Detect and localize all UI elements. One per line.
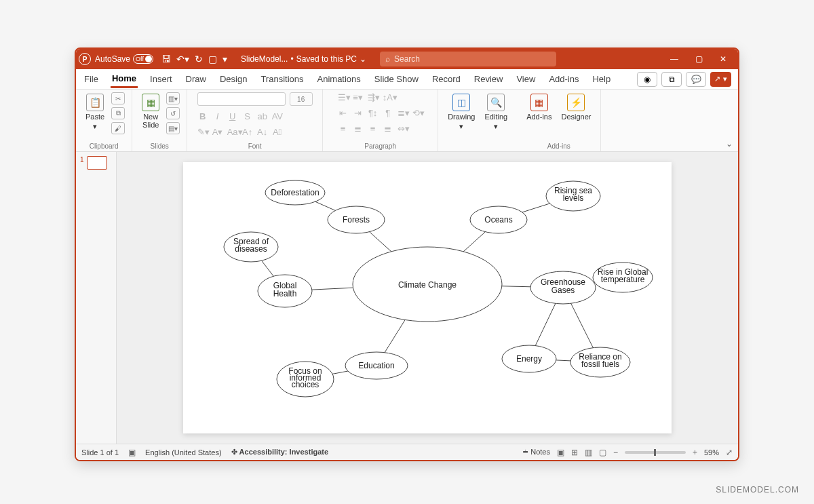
format-painter-button[interactable]: 🖌 — [111, 122, 125, 134]
tab-record[interactable]: Record — [431, 71, 462, 87]
editing-button[interactable]: 🔍 Editing▾ — [482, 92, 511, 132]
new-slide-button[interactable]: ▦ New Slide — [139, 92, 162, 130]
tab-help[interactable]: Help — [591, 71, 612, 87]
align-right-button[interactable]: ≡ — [368, 123, 379, 134]
slide-counter[interactable]: Slide 1 of 1 — [81, 448, 119, 457]
present-icon[interactable]: ▢ — [208, 54, 217, 64]
close-button[interactable]: ✕ — [718, 54, 729, 64]
text-direction-button[interactable]: ¶↕ — [368, 108, 379, 118]
text-shadow-button[interactable]: ab — [257, 111, 268, 121]
highlight-button[interactable]: ✎▾ — [197, 127, 208, 137]
zoom-slider[interactable] — [625, 451, 686, 454]
teams-button[interactable]: ⧉ — [661, 72, 682, 87]
section-button[interactable]: ▤▾ — [166, 122, 180, 134]
save-icon[interactable]: 🖫 — [161, 54, 171, 64]
bullets-button[interactable]: ☰▾ — [338, 92, 349, 102]
tab-design[interactable]: Design — [218, 71, 248, 87]
node-deforestation[interactable]: Deforestation — [265, 180, 325, 205]
language-status[interactable]: English (United States) — [145, 448, 222, 457]
layout-button[interactable]: ▥▾ — [166, 92, 180, 104]
addins-button[interactable]: ▦ Add-ins — [524, 92, 554, 122]
tab-view[interactable]: View — [515, 71, 537, 87]
underline-button[interactable]: U — [227, 111, 238, 121]
clear-formatting-button[interactable]: A⃠ — [272, 127, 283, 137]
slide-canvas-area[interactable]: Climate Change Forests Deforestation Oce… — [117, 152, 738, 444]
node-education[interactable]: Education — [345, 352, 408, 379]
share-button[interactable]: ↗ ▾ — [710, 72, 731, 87]
maximize-button[interactable]: ▢ — [693, 54, 704, 64]
tab-home[interactable]: Home — [111, 71, 138, 88]
line-spacing-button[interactable]: ↕A▾ — [383, 92, 393, 102]
bold-button[interactable]: B — [197, 111, 208, 121]
tab-addins[interactable]: Add-ins — [547, 71, 580, 87]
node-rise-temp[interactable]: Rise in Globaltemperature — [593, 263, 653, 292]
shrink-font-button[interactable]: A↓ — [257, 127, 268, 137]
title-chevron-icon[interactable]: ⌄ — [360, 54, 366, 64]
node-forests[interactable]: Forests — [328, 206, 385, 233]
tab-transitions[interactable]: Transitions — [259, 71, 305, 87]
thumbnail-panel[interactable]: 1 — [76, 152, 117, 444]
redo-icon[interactable]: ↻ — [195, 54, 203, 64]
zoom-in-button[interactable]: + — [693, 448, 697, 457]
node-center[interactable]: Climate Change — [353, 247, 502, 322]
node-diseases[interactable]: Spread ofdiseases — [224, 232, 278, 262]
reading-view-button[interactable]: ▥ — [585, 448, 592, 457]
node-fossil[interactable]: Reliance onfossil fuels — [570, 347, 630, 377]
zoom-level[interactable]: 59% — [704, 448, 719, 457]
strike-button[interactable]: S — [242, 111, 253, 121]
slide-canvas[interactable]: Climate Change Forests Deforestation Oce… — [183, 162, 672, 433]
font-size-combo[interactable]: 16 — [290, 92, 313, 106]
tab-animations[interactable]: Animations — [316, 71, 362, 87]
reset-button[interactable]: ↺ — [166, 107, 180, 119]
notes-button[interactable]: ≐ Notes — [522, 448, 550, 457]
minimize-button[interactable]: — — [669, 54, 680, 64]
copy-button[interactable]: ⧉ — [111, 107, 125, 119]
sorter-view-button[interactable]: ⊞ — [571, 448, 578, 457]
node-health[interactable]: GlobalHealth — [258, 275, 312, 307]
tab-insert[interactable]: Insert — [149, 71, 174, 87]
designer-button[interactable]: ⚡ Designer — [558, 92, 594, 122]
tab-draw[interactable]: Draw — [185, 71, 208, 87]
search-input[interactable] — [394, 54, 551, 64]
numbering-button[interactable]: ≡▾ — [353, 92, 364, 102]
fit-to-window-button[interactable]: ⤢ — [726, 448, 733, 457]
slideshow-view-button[interactable]: ▢ — [599, 448, 606, 457]
document-title[interactable]: SlideModel... • Saved to this PC ⌄ — [241, 54, 366, 64]
change-case-button[interactable]: Aa▾ — [227, 127, 238, 137]
font-color-button[interactable]: A▾ — [212, 127, 223, 137]
collapse-ribbon-button[interactable]: ⌄ — [726, 139, 733, 149]
thumbnail-1[interactable]: 1 — [80, 156, 112, 170]
tab-review[interactable]: Review — [473, 71, 505, 87]
align-left-button[interactable]: ≡ — [338, 123, 349, 134]
autosave-switch[interactable]: Off — [133, 54, 153, 64]
italic-button[interactable]: I — [212, 111, 223, 121]
record-indicator-button[interactable]: ◉ — [637, 72, 657, 87]
columns-button[interactable]: ≣▾ — [398, 108, 408, 118]
convert-smartart-button[interactable]: ⟲▾ — [412, 108, 423, 118]
autosave-toggle[interactable]: AutoSave Off — [95, 54, 153, 64]
increase-indent-button[interactable]: ⇥ — [353, 108, 364, 118]
decrease-indent-button[interactable]: ⇤ — [338, 108, 349, 118]
tab-file[interactable]: File — [83, 71, 100, 87]
node-rising-sea[interactable]: Rising sealevels — [546, 181, 600, 211]
grow-font-button[interactable]: A↑ — [242, 127, 253, 137]
tab-slideshow[interactable]: Slide Show — [373, 71, 420, 87]
spellcheck-icon[interactable]: ▣ — [128, 448, 136, 457]
list-level-button[interactable]: ⇶▾ — [368, 92, 379, 102]
thumbnail-preview[interactable] — [87, 156, 107, 170]
comments-button[interactable]: 💬 — [686, 72, 706, 87]
align-text-button[interactable]: ¶ — [383, 108, 393, 118]
char-spacing-button[interactable]: AV — [272, 111, 283, 121]
font-name-combo[interactable] — [197, 92, 286, 106]
distribute-button[interactable]: ⇔▾ — [398, 123, 408, 134]
paste-button[interactable]: 📋 Paste ▾ — [83, 92, 107, 132]
node-energy[interactable]: Energy — [502, 345, 556, 372]
zoom-out-button[interactable]: − — [613, 448, 618, 457]
node-choices[interactable]: Focus oninformedchoices — [277, 362, 334, 397]
drawing-button[interactable]: ◫ Drawing▾ — [445, 92, 478, 132]
cut-button[interactable]: ✂ — [111, 92, 125, 104]
accessibility-status[interactable]: ✤ Accessibility: Investigate — [231, 448, 329, 457]
undo-icon[interactable]: ↶▾ — [176, 54, 189, 64]
justify-button[interactable]: ≣ — [383, 123, 393, 134]
node-oceans[interactable]: Oceans — [470, 206, 527, 233]
